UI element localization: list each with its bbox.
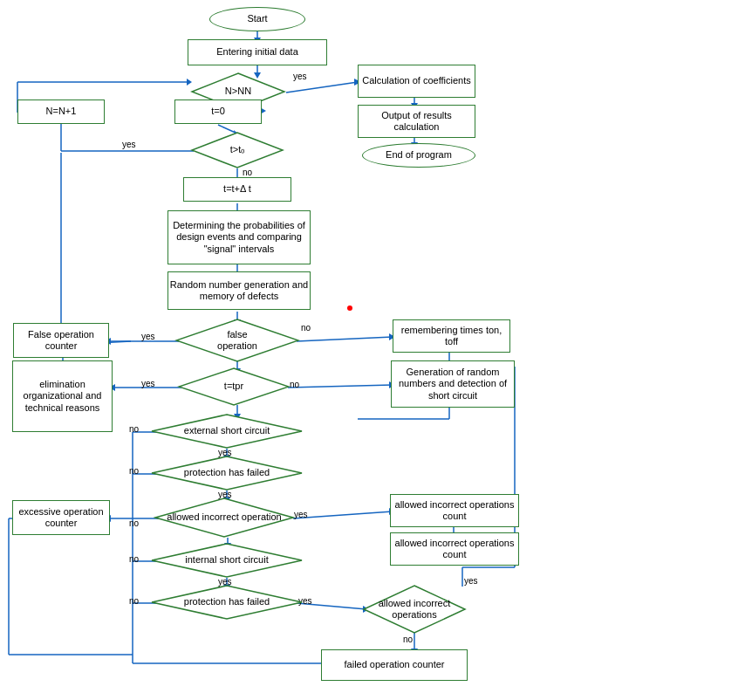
start-node: Start <box>209 7 305 31</box>
det-prob-label: Determining the probabilities of design … <box>168 220 310 255</box>
ext-short-label: external short circuit <box>182 423 271 438</box>
elim-node: elimination organizational and technical… <box>12 360 113 432</box>
rand-gen-node: Random number generation and memory of d… <box>167 271 311 310</box>
allow-incorr2-node: allowed incorrect operations <box>362 584 467 635</box>
calc-coeff-node: Calculation of coefficients <box>358 65 475 98</box>
label-no-intshort: no <box>129 554 139 564</box>
excess-counter-label: excessive operation counter <box>13 506 109 529</box>
remember-times-node: remembering times ton, toff <box>393 319 510 353</box>
allow-incorr-count1-node: allowed incorrect operations count <box>390 494 519 527</box>
allow-incorr-label: allowed incorrect operation <box>165 510 283 525</box>
ext-short-node: external short circuit <box>150 413 304 450</box>
svg-line-37 <box>288 385 393 388</box>
t0-label: t=0 <box>211 106 225 117</box>
label-yes-ttpr: yes <box>141 379 155 388</box>
false-op-node: falseoperation <box>174 318 300 363</box>
output-results-node: Output of results calculation <box>358 105 475 138</box>
false-counter-label: False operation counter <box>14 329 108 352</box>
allow-incorr-count2-label: allowed incorrect operations count <box>391 538 518 560</box>
end-program-node: End of program <box>362 143 475 168</box>
t-dt-node: t=t+Δ t <box>183 177 291 202</box>
t-tpr-node: t=tpr <box>177 367 291 407</box>
allow-incorr2-label: allowed incorrect operations <box>362 596 467 622</box>
calc-coeff-label: Calculation of coefficients <box>362 75 471 86</box>
label-no-protfailed2: no <box>129 596 139 606</box>
entering-label: Entering initial data <box>216 46 298 58</box>
label-yes-allowincorr: yes <box>294 510 308 519</box>
flowchart: yes no yes no yes no yes no no yes no ye… <box>0 0 752 700</box>
t0-node: t=0 <box>174 100 262 124</box>
prot-failed1-label: protection has failed <box>182 465 271 480</box>
gen-rand-short-label: Generation of random numbers and detecti… <box>392 367 514 401</box>
det-prob-node: Determining the probabilities of design … <box>167 210 311 264</box>
rand-gen-label: Random number generation and memory of d… <box>168 279 310 302</box>
n-eq-label: N=N+1 <box>46 106 77 117</box>
remember-times-label: remembering times ton, toff <box>393 325 509 347</box>
prot-failed2-label: protection has failed <box>182 594 271 609</box>
allow-incorr-count1-label: allowed incorrect operations count <box>391 499 518 522</box>
int-short-label: internal short circuit <box>183 552 270 567</box>
svg-line-4 <box>286 82 358 93</box>
prot-failed1-node: protection has failed <box>150 455 304 491</box>
allow-incorr-node: allowed incorrect operation <box>154 497 295 539</box>
entering-node: Entering initial data <box>188 39 327 65</box>
failed-counter-node: failed operation counter <box>321 649 468 681</box>
label-no-extshort: no <box>129 424 139 434</box>
svg-line-47 <box>293 511 393 518</box>
failed-counter-label: failed operation counter <box>345 659 445 670</box>
false-counter-node: False operation counter <box>13 323 109 358</box>
n-eq-node: N=N+1 <box>17 100 105 124</box>
end-program-label: End of program <box>386 149 452 161</box>
t-t0-node: t>t₀ <box>190 131 284 169</box>
t-tpr-label: t=tpr <box>222 379 245 394</box>
label-no-false: no <box>301 323 311 333</box>
false-op-label: falseoperation <box>215 327 259 353</box>
t-dt-label: t=t+Δ t <box>223 183 251 195</box>
prot-failed2-node: protection has failed <box>150 584 304 621</box>
int-short-node: internal short circuit <box>150 542 304 579</box>
elim-label: elimination organizational and technical… <box>13 379 112 414</box>
excess-counter-node: excessive operation counter <box>12 500 110 535</box>
label-no-protfailed1: no <box>129 466 139 476</box>
label-no-allowincorr: no <box>129 518 139 528</box>
allow-incorr-count2-node: allowed incorrect operations count <box>390 532 519 566</box>
label-yes-nnn: yes <box>293 72 307 81</box>
red-dot <box>347 305 352 311</box>
gen-rand-short-node: Generation of random numbers and detecti… <box>391 360 515 408</box>
label-no-ttpr: no <box>290 380 299 389</box>
label-yes-false: yes <box>141 332 155 341</box>
output-results-label: Output of results calculation <box>359 110 475 133</box>
n-nn-label: N>NN <box>223 84 253 99</box>
start-label: Start <box>247 13 267 24</box>
label-no-allowincorr2: no <box>403 635 413 644</box>
label-yes-tt0: yes <box>122 140 136 149</box>
svg-line-31 <box>297 337 393 341</box>
t-t0-label: t>t₀ <box>229 142 247 157</box>
